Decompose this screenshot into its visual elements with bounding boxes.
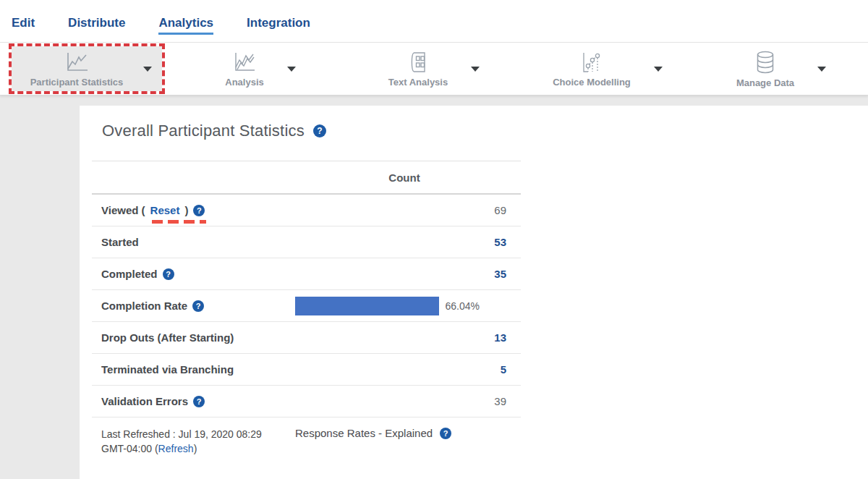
row-value: 69 [494,204,506,216]
participant-statistics-table: Count Viewed ( Reset ) ? 69 Started 53 C… [92,161,521,456]
annotation-selected-tool-box: Participant Statistics [9,43,166,94]
table-row-completed: Completed ? 35 [92,258,521,290]
table-footer: Last Refreshed : Jul 19, 2020 08:29 GMT-… [92,417,521,456]
statistics-panel: Overall Participant Statistics ? Count V… [80,106,868,479]
ribbon-col-analysis: Analysis [174,43,347,95]
tool-participant-statistics[interactable]: Participant Statistics [12,46,163,91]
chevron-down-icon[interactable] [471,67,480,72]
last-refreshed-close-paren: ) [194,443,197,454]
row-label-suffix: ) [184,204,188,216]
row-label: Started [101,236,139,248]
table-row-drop-outs: Drop Outs (After Starting) 13 [92,322,521,354]
tool-analysis[interactable]: Analysis [225,51,263,88]
table-row-started: Started 53 [92,226,521,258]
nav-integration[interactable]: Integration [247,16,310,35]
row-value: 5 [501,363,506,376]
tool-label: Participant Statistics [30,77,124,88]
row-label: Drop Outs (After Starting) [101,331,234,344]
main-nav: Edit Distribute Analytics Integration [0,0,868,42]
tool-label: Choice Modelling [553,77,631,88]
ribbon-col-text-analysis: Text Analysis [347,43,521,95]
tool-manage-data[interactable]: Manage Data [736,50,794,88]
row-value: 35 [494,268,506,280]
nav-analytics[interactable]: Analytics [158,16,213,35]
table-header-row: Count [92,161,521,195]
tool-label: Manage Data [736,77,794,88]
row-value: 13 [494,331,506,344]
scatter-chart-icon [577,51,606,74]
row-value: 39 [494,395,506,407]
help-icon[interactable]: ? [192,300,204,312]
row-value: 53 [494,236,506,248]
row-label: Validation Errors [101,395,188,407]
last-refreshed-line1: Last Refreshed : Jul 19, 2020 08:29 [101,428,262,440]
annotation-reset-underline: Reset ) ? [150,204,205,216]
tool-ribbon: Participant Statistics Analysis [0,42,868,96]
page-title: Overall Participant Statistics [102,122,305,140]
row-label: Completed [101,268,158,280]
nav-distribute[interactable]: Distribute [68,16,125,35]
reset-link[interactable]: Reset [150,204,180,216]
multi-line-chart-icon [230,51,259,74]
response-rates-link[interactable]: Response Rates - Explained [295,427,433,439]
help-icon[interactable]: ? [440,428,451,439]
table-row-completion-rate: Completion Rate ? 66.04% [92,290,521,322]
refresh-link[interactable]: Refresh [158,443,194,454]
row-label: Completion Rate [101,300,187,312]
table-row-viewed: Viewed ( Reset ) ? 69 [92,195,521,226]
help-icon[interactable]: ? [193,396,205,407]
document-grid-icon [406,51,430,74]
database-icon [753,50,778,75]
last-refreshed-text: Last Refreshed : Jul 19, 2020 08:29 GMT-… [92,427,295,456]
row-label: Terminated via Branching [101,363,234,376]
completion-rate-value: 66.04% [445,300,479,312]
help-icon[interactable]: ? [313,124,326,137]
line-chart-icon [62,51,91,74]
table-row-validation-errors: Validation Errors ? 39 [92,386,521,417]
completion-rate-bar-fill [295,297,439,315]
help-icon[interactable]: ? [163,268,174,280]
ribbon-col-participant-statistics: Participant Statistics [0,43,174,95]
top-header: Edit Distribute Analytics Integration Pa… [0,0,868,96]
row-label: Viewed ( [101,204,145,216]
chevron-down-icon[interactable] [143,67,152,72]
completion-rate-bar: 66.04% [295,297,514,315]
tool-label: Analysis [225,77,263,88]
tool-text-analysis[interactable]: Text Analysis [388,51,448,88]
last-refreshed-line2: GMT-04:00 ( [101,443,158,454]
ribbon-col-choice-modelling: Choice Modelling [521,43,694,95]
chevron-down-icon[interactable] [817,67,826,72]
chevron-down-icon[interactable] [287,67,296,72]
help-icon[interactable]: ? [193,205,205,216]
tool-choice-modelling[interactable]: Choice Modelling [553,51,631,88]
ribbon-col-manage-data: Manage Data [694,43,868,95]
nav-edit[interactable]: Edit [12,16,35,35]
tool-label: Text Analysis [388,77,448,88]
tool-participant-statistics-block[interactable]: Participant Statistics [30,51,124,88]
count-column-header: Count [295,171,514,184]
table-row-terminated: Terminated via Branching 5 [92,354,521,386]
chevron-down-icon[interactable] [654,67,663,72]
